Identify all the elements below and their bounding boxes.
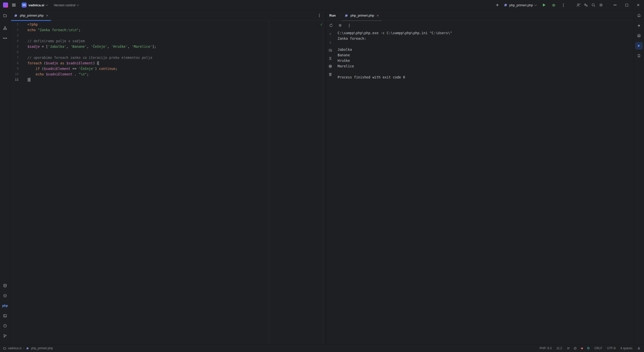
assistant-tool-button[interactable]	[635, 22, 643, 29]
tab-close-icon[interactable]: ×	[46, 14, 48, 17]
code-line[interactable]: 8foreach ($sadje as $sadniElement) {	[10, 60, 326, 66]
console-options-button[interactable]	[346, 22, 352, 28]
run-tab[interactable]: php_primeri.php ×	[342, 10, 382, 21]
project-tool-button[interactable]	[1, 12, 9, 19]
code-line[interactable]: 9 if ($sadniElement == 'Češnje') continu…	[10, 66, 326, 71]
folder-icon	[3, 347, 6, 350]
tab-close-icon[interactable]: ×	[377, 14, 379, 17]
line-number[interactable]: 1	[10, 22, 19, 27]
code-line[interactable]: 6	[10, 49, 326, 55]
layers-tool-button[interactable]	[635, 32, 643, 39]
stop-icon	[339, 24, 341, 27]
print-button[interactable]	[328, 64, 333, 69]
services-tool-button[interactable]	[1, 292, 9, 299]
line-number[interactable]: 8	[10, 60, 19, 66]
settings-button[interactable]	[597, 1, 605, 9]
run-config-widget[interactable]: php_primeri.php	[502, 1, 538, 9]
project-name: vadnica.si	[28, 3, 44, 7]
debug-button[interactable]	[550, 1, 557, 9]
breadcrumb-file[interactable]: php_primeri.php	[31, 346, 53, 350]
bookmarks-tool-button[interactable]	[635, 52, 643, 60]
code-line[interactable]: 10 echo $sadniElement . "\n";	[10, 71, 326, 77]
line-number[interactable]: 9	[10, 66, 19, 71]
line-number[interactable]: 5	[10, 44, 19, 49]
code-with-me-button[interactable]	[575, 1, 582, 9]
line-number[interactable]: 6	[10, 49, 19, 55]
console-line[interactable]: Process finished with exit code 0	[338, 74, 634, 80]
more-tool-windows-button[interactable]	[1, 34, 9, 42]
line-number[interactable]: 10	[10, 71, 19, 77]
code-line[interactable]: 3	[10, 33, 326, 38]
heart-icon[interactable]	[580, 347, 584, 350]
clear-all-button[interactable]	[328, 72, 333, 77]
main-menu-button[interactable]	[10, 1, 18, 9]
search-everywhere-button[interactable]	[590, 1, 597, 9]
console-line[interactable]: Jabolka	[338, 47, 634, 52]
tab-options-button[interactable]	[315, 12, 323, 19]
terminal-tool-button[interactable]	[1, 312, 9, 320]
inspections-check-icon[interactable]: ✓	[320, 22, 323, 26]
code-line[interactable]: 11}	[10, 77, 326, 82]
line-number[interactable]: 3	[10, 33, 19, 38]
structure-tool-button[interactable]	[1, 24, 9, 32]
console-line[interactable]: Marelice	[338, 63, 634, 69]
terminal-icon	[3, 314, 7, 318]
ai-assistant-button[interactable]	[494, 1, 501, 9]
indent-widget[interactable]: 4 spaces	[620, 346, 632, 350]
line-separator-widget[interactable]: CRLF	[594, 346, 602, 350]
notifications-button[interactable]	[635, 12, 643, 19]
g-plugin-icon[interactable]: G	[587, 347, 589, 350]
next-occurrence-button[interactable]	[328, 39, 333, 45]
run-tool-button[interactable]	[635, 42, 643, 50]
database-tool-button[interactable]	[1, 282, 9, 289]
more-actions-button[interactable]	[559, 1, 567, 9]
console-line[interactable]: C:\xampp\php\php.exe -c C:\xampp\php\php…	[338, 30, 634, 36]
version-control-widget[interactable]: Version control	[52, 1, 81, 9]
code-line[interactable]: 2echo "Zanka foreach:\n\n";	[10, 27, 326, 33]
php-version-widget[interactable]: PHP: 8.3	[540, 346, 552, 350]
console-line[interactable]	[338, 69, 634, 74]
minimize-button[interactable]	[609, 0, 621, 10]
prev-occurrence-button[interactable]	[328, 31, 333, 37]
line-number[interactable]: 2	[10, 27, 19, 33]
problems-tool-button[interactable]	[1, 322, 9, 330]
no-entry-icon[interactable]	[574, 347, 577, 350]
soft-wrap-button[interactable]	[328, 48, 333, 53]
scroll-to-end-button[interactable]	[328, 56, 333, 61]
code-line[interactable]: 4// definiramo polje s sadjem	[10, 38, 326, 44]
console-line[interactable]: Hruške	[338, 58, 634, 63]
maximize-button[interactable]	[621, 0, 632, 10]
rerun-button[interactable]	[328, 22, 334, 28]
console-line[interactable]: Zanka foreach:	[338, 36, 634, 41]
php-console-tool-button[interactable]: php	[1, 302, 9, 310]
breadcrumb-project[interactable]: vadnica.si	[8, 346, 21, 350]
readonly-lock-icon[interactable]	[637, 347, 640, 350]
encoding-widget[interactable]: UTF-8	[607, 346, 616, 350]
console-line[interactable]	[338, 41, 634, 47]
line-number[interactable]: 11	[10, 77, 19, 82]
line-number[interactable]: 4	[10, 38, 19, 44]
console-output[interactable]: C:\xampp\php\php.exe -c C:\xampp\php\php…	[335, 30, 634, 344]
run-button[interactable]	[540, 1, 548, 9]
close-button[interactable]: ×	[632, 0, 644, 10]
git-tool-button[interactable]	[1, 332, 9, 340]
editor-tab[interactable]: php_primeri.php ×	[11, 10, 51, 21]
code-editor[interactable]: ✓ 1<?php2echo "Zanka foreach:\n\n";34// …	[10, 21, 326, 344]
code-line[interactable]: 7// uporabimo foreach zanko za iteracijo…	[10, 55, 326, 60]
line-number[interactable]: 7	[10, 55, 19, 60]
code-line[interactable]: 1<?php	[10, 22, 326, 27]
code-text: // definiramo polje s sadjem	[19, 38, 85, 44]
list-icon[interactable]	[567, 347, 570, 350]
chevron-down-icon	[77, 3, 79, 6]
console-line[interactable]: Banane	[338, 52, 634, 58]
cursor-position-widget[interactable]: 11:2	[556, 346, 562, 350]
window-controls: ×	[609, 0, 644, 10]
arrow-down-icon	[328, 40, 332, 44]
phpstorm-logo[interactable]	[3, 3, 8, 8]
code-line[interactable]: 5$sadje = ['Jabolka', 'Banane', 'Češnje'…	[10, 44, 326, 49]
translate-button[interactable]	[582, 1, 590, 9]
code-text: echo "Zanka foreach:\n\n";	[19, 27, 80, 33]
project-widget[interactable]: VS vadnica.si	[20, 1, 50, 9]
stop-button[interactable]	[337, 22, 343, 28]
console-side-toolbar	[326, 30, 335, 344]
